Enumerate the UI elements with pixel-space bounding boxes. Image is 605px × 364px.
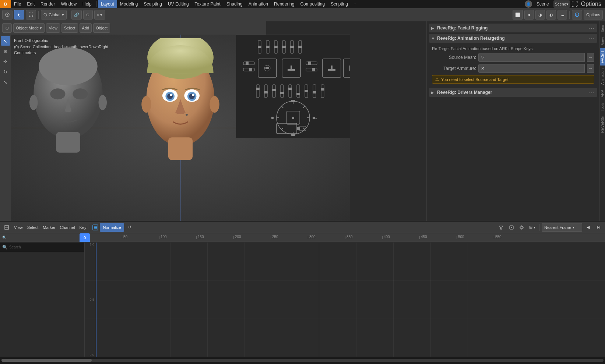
menu-render[interactable]: Render [38,0,58,8]
animation-retargeting-header[interactable]: ▼ ReveRig: Animation Retargeting ··· [429,34,597,43]
svg-rect-28 [236,35,350,138]
svg-point-10 [73,88,88,99]
shading-material-btn[interactable]: ◑ [535,10,545,20]
sidebar-tab-view[interactable]: View [600,35,605,47]
svg-rect-76 [313,91,316,93]
timeline-select-menu[interactable]: Select [26,223,40,232]
svg-point-26 [141,96,151,113]
view-menu[interactable]: View [46,23,60,33]
sidebar-tab-faceit[interactable]: FACEIT [600,48,605,66]
proportional-type-btn[interactable]: ○ ▾ [94,10,105,20]
svg-rect-96 [297,127,300,130]
source-mesh-edit-btn[interactable]: ✏ [587,53,594,62]
svg-point-22 [189,93,195,99]
animation-retargeting-dots[interactable]: ··· [588,35,595,41]
workspace-shading[interactable]: Shading [224,0,246,8]
scale-tool[interactable]: ⤡ [1,77,10,87]
workspace-add[interactable]: + [351,0,359,8]
sidebar-tab-item[interactable]: Item [600,23,605,34]
svg-rect-44 [249,68,252,71]
editor-type-btn[interactable]: ⬡ [2,23,12,33]
svg-rect-77 [321,88,324,91]
user-avatar[interactable]: 👤 [525,0,532,8]
cursor-tool[interactable]: ⊕ [1,46,10,56]
scrollbar-track[interactable] [1,359,604,362]
timeline-key-menu[interactable]: Key [78,223,88,232]
drivers-manager-header[interactable]: ▶ ReveRig: Drivers Manager ··· [429,88,597,97]
menu-edit[interactable]: Edit [24,0,38,8]
select-box-btn[interactable] [26,10,36,20]
refresh-btn[interactable]: ↺ [126,223,134,232]
svg-point-24 [192,94,194,96]
move-tool[interactable]: ✛ [1,57,10,66]
workspace-layout[interactable]: Layout [98,0,117,8]
animation-retargeting-content: Re-Target Facial Animation based on ARKi… [429,43,597,86]
viewport-3d[interactable]: Front Orthographic (0) Scene Collection … [11,35,350,221]
sidebar-tab-tools[interactable]: Tools [600,100,605,113]
timeline-scrollbar[interactable] [0,357,605,364]
timeline-right-controls: ⊞▾ Nearest Frame ▾ ◀ [497,223,603,232]
rotate-tool[interactable]: ↻ [1,67,10,77]
timeline-ruler[interactable]: 🔍 0 50 100 150 200 [0,233,605,242]
cursor-btn[interactable] [14,10,24,20]
add-menu[interactable]: Add [80,23,92,33]
options-right-btn[interactable]: Options [584,10,603,20]
viewport-overlay-btn[interactable] [572,10,582,20]
menu-file[interactable]: File [11,0,24,8]
normalize-btn[interactable]: Normalize [100,223,124,232]
shading-solid-btn[interactable]: ● [524,10,534,20]
workspace-animation[interactable]: Animation [246,0,271,8]
select-menu[interactable]: Select [61,23,78,33]
timeline-editor-type[interactable] [2,223,11,232]
workspace-compositing[interactable]: Compositing [297,0,328,8]
sidebar-tab-reverig[interactable]: REVERIG [600,114,605,135]
svg-rect-2 [29,13,33,17]
timeline-left-sidebar: 🔍 Search [0,243,85,357]
settings-btn[interactable] [517,223,526,232]
timeline-content[interactable]: 🔍 Search 1.0 0.5 0.0 [0,243,605,357]
transform-mode-select[interactable]: Global ▾ [41,10,67,20]
target-armature-edit-btn[interactable]: ✏ [587,64,594,73]
options-button[interactable]: Options [580,1,603,7]
object-menu[interactable]: Object [93,23,110,33]
menu-window[interactable]: Window [58,0,80,8]
workspace-modeling[interactable]: Modeling [117,0,141,8]
drivers-manager-dots[interactable]: ··· [588,89,595,95]
source-mesh-input[interactable]: ▽ [478,53,585,62]
workspace-texture-paint[interactable]: Texture Paint [192,0,224,8]
sidebar-tab-arp[interactable]: ARP [600,88,605,100]
timeline-search-bar[interactable]: 🔍 Search [0,243,84,252]
target-armature-input[interactable]: ✕ [478,64,585,73]
facial-rigging-dots[interactable]: ··· [588,25,595,31]
scrollbar-thumb[interactable] [1,359,92,362]
sidebar-tab-animation[interactable]: Animation [600,66,605,87]
snap-btn[interactable]: 🔗 [71,10,82,20]
display-filter-btn[interactable]: ⊞▾ [528,223,537,232]
interpolation-mode-select[interactable]: Nearest Frame ▾ [542,223,582,232]
timeline-channel-menu[interactable]: Channel [58,223,76,232]
expand-icon[interactable]: ⛶ [571,0,578,8]
workspace-sculpting[interactable]: Sculpting [141,0,165,8]
filter-btn[interactable] [497,223,506,232]
next-frame-btn[interactable] [594,223,603,232]
timeline-view-menu[interactable]: View [13,223,24,232]
shading-render-btn[interactable]: ◐ [546,10,556,20]
toggle-xray-btn[interactable]: ⬜ [513,10,523,20]
key-filter-btn[interactable] [507,223,516,232]
workspace-uv-editing[interactable]: UV Editing [165,0,192,8]
facial-rigging-header[interactable]: ▶ ReveRig: Facial Rigging ··· [429,24,597,32]
scene-selector[interactable]: Scene ▾ [553,0,570,8]
workspace-rendering[interactable]: Rendering [271,0,297,8]
timeline-marker-menu[interactable]: Marker [41,223,57,232]
shading-wireframe-btn[interactable]: ☁ [557,10,567,20]
svg-rect-89 [291,134,295,136]
select-tool[interactable]: ↖ [1,36,10,46]
menu-help[interactable]: Help [80,0,95,8]
proportional-btn[interactable]: ⊙ [83,10,93,20]
right-panel: ▶ ReveRig: Facial Rigging ··· ▼ ReveRig:… [426,21,599,221]
prev-frame-btn[interactable]: ◀ [584,223,592,232]
transform-gizmo-btn[interactable] [2,10,13,20]
mode-select[interactable]: Object Mode ▾ [13,23,45,33]
workspace-scripting[interactable]: Scripting [328,0,351,8]
timeline-canvas[interactable]: 1.0 0.5 0.0 [85,243,605,357]
